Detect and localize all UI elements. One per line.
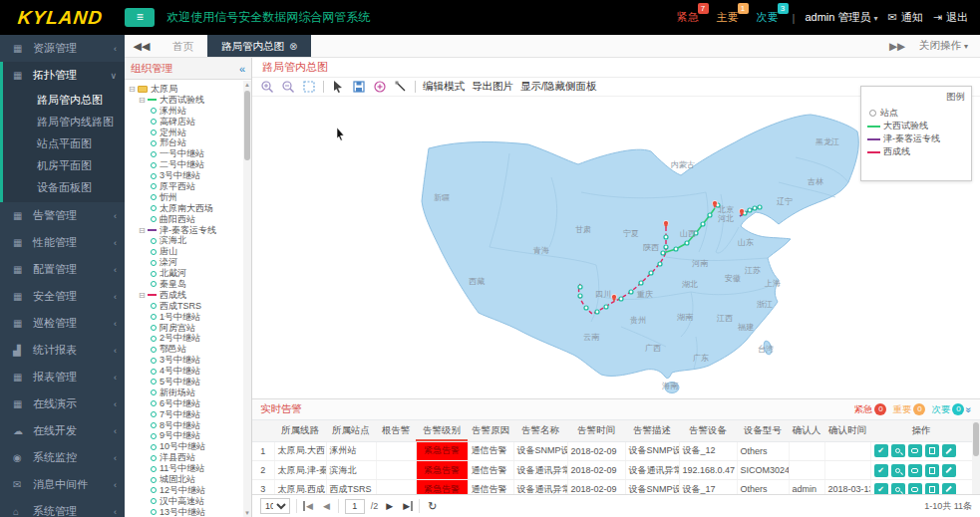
comment-button[interactable] xyxy=(908,444,922,457)
expand-alarm-icon[interactable]: » xyxy=(964,406,975,412)
alarm-table: 所属线路所属站点根告警告警级别告警原因告警名称告警时间告警描述告警设备设备型号确… xyxy=(252,420,972,442)
expander-icon[interactable]: ⊟ xyxy=(139,291,148,300)
sidebar-item-拓扑管理[interactable]: ▦拓扑管理∨ xyxy=(3,62,125,89)
prev-page-button[interactable]: ◀ xyxy=(321,501,332,511)
column-header-操作[interactable]: 操作 xyxy=(870,420,972,441)
comment-button[interactable] xyxy=(908,464,922,477)
column-header-所属线路[interactable]: 所属线路 xyxy=(274,420,326,441)
header-alarm-badge-次要[interactable]: 次要3 xyxy=(757,10,783,25)
station-icon xyxy=(151,477,157,483)
scroll-down-icon[interactable]: ▼ xyxy=(243,509,251,517)
draw-line-icon[interactable] xyxy=(394,80,408,94)
tab-路局管内总图[interactable]: 路局管内总图⊗ xyxy=(207,35,311,57)
tree-node-station[interactable]: 唐山 xyxy=(129,246,243,257)
header-alarm-badge-紧急[interactable]: 紧急7 xyxy=(677,10,703,25)
export-image-button[interactable]: 导出图片 xyxy=(472,80,513,94)
header-alarm-badge-主要[interactable]: 主要1 xyxy=(717,10,743,25)
detail-search-button[interactable] xyxy=(891,444,905,457)
sidebar-subitem-路局管内总图[interactable]: 路局管内总图 xyxy=(3,89,125,111)
station-icon xyxy=(151,498,157,504)
tabs-scroll-right-icon[interactable]: ▶▶ xyxy=(889,40,905,52)
zoom-in-icon[interactable] xyxy=(260,80,274,94)
sidebar-subitem-机房平面图[interactable]: 机房平面图 xyxy=(3,154,125,176)
first-page-button[interactable]: ◀ xyxy=(303,501,315,511)
sidebar-item-系统管理[interactable]: ⌂系统管理‹ xyxy=(0,498,125,517)
sidebar-item-统计报表[interactable]: ▟统计报表‹ xyxy=(0,337,125,364)
confirm-button[interactable]: ✔ xyxy=(874,483,888,495)
collapse-panel-icon[interactable]: « xyxy=(239,63,245,75)
column-header-告警描述[interactable]: 告警描述 xyxy=(625,420,679,441)
tree-node-station[interactable]: 滨海北 xyxy=(129,235,243,246)
menu-toggle-button[interactable]: ≡ xyxy=(125,8,155,27)
sidebar-item-报表管理[interactable]: ▦报表管理‹ xyxy=(0,364,125,390)
column-header-确认时间[interactable]: 确认时间 xyxy=(824,420,870,441)
comment-icon xyxy=(911,487,918,492)
notice-link[interactable]: ✉通知 xyxy=(888,10,923,25)
sidebar-item-资源管理[interactable]: ▦资源管理‹ xyxy=(0,35,125,62)
log-button[interactable] xyxy=(925,483,939,495)
column-header-告警设备[interactable]: 告警设备 xyxy=(679,420,737,441)
close-operations-dropdown[interactable]: 关闭操作 ▾ xyxy=(919,39,968,53)
sidebar-item-安全管理[interactable]: ▦安全管理‹ xyxy=(0,283,125,310)
expander-icon[interactable]: ⊟ xyxy=(139,226,148,235)
toggle-side-panel-button[interactable]: 显示/隐藏侧面板 xyxy=(520,80,596,94)
column-header-告警级别[interactable]: 告警级别 xyxy=(416,420,468,441)
alarm-count-badge-紧急: 紧急0 xyxy=(853,403,886,416)
add-node-icon[interactable] xyxy=(373,80,387,94)
sidebar-item-消息中间件[interactable]: ✉消息中间件‹ xyxy=(0,471,125,498)
scroll-up-icon[interactable]: ▲ xyxy=(243,81,251,89)
refresh-icon[interactable]: ↻ xyxy=(426,500,439,513)
tree-scrollbar[interactable]: ▲ ▼ xyxy=(243,81,251,517)
edit-button[interactable] xyxy=(942,444,956,457)
user-menu[interactable]: admin 管理员 ▾ xyxy=(805,10,877,25)
select-cursor-icon[interactable] xyxy=(331,80,345,94)
column-header-设备型号[interactable]: 设备型号 xyxy=(737,420,789,441)
page-size-select[interactable]: 10 xyxy=(260,498,290,514)
table-scrollbar[interactable] xyxy=(972,420,980,495)
cell: 2018-02-09 xyxy=(567,461,625,480)
sidebar-subitem-设备面板图[interactable]: 设备面板图 xyxy=(3,176,125,198)
chevron-left-icon: ‹ xyxy=(114,346,117,356)
edit-mode-button[interactable]: 编辑模式 xyxy=(423,80,465,94)
sidebar-subitem-站点平面图[interactable]: 站点平面图 xyxy=(3,132,125,154)
tree-node-station[interactable]: 13号中继站 xyxy=(129,507,243,517)
comment-button[interactable] xyxy=(908,483,922,495)
tab-首页[interactable]: 首页 xyxy=(159,35,207,57)
column-header-告警名称[interactable]: 告警名称 xyxy=(513,420,567,441)
station-icon xyxy=(151,303,157,309)
fit-view-icon[interactable] xyxy=(302,80,316,94)
log-button[interactable] xyxy=(925,444,939,457)
close-tab-icon[interactable]: ⊗ xyxy=(289,41,297,52)
sidebar-item-系统监控[interactable]: ◉系统监控‹ xyxy=(0,444,125,471)
tabs-scroll-left-icon[interactable]: ◀◀ xyxy=(125,35,159,57)
zoom-out-icon[interactable] xyxy=(281,80,295,94)
expander-icon[interactable]: ⊟ xyxy=(129,85,138,94)
tree-node-station[interactable]: 原平西站 xyxy=(129,181,243,192)
edit-button[interactable] xyxy=(942,464,956,477)
sidebar-item-在线演示[interactable]: ▦在线演示‹ xyxy=(0,390,125,417)
save-icon[interactable] xyxy=(352,80,366,94)
logout-link[interactable]: ⇥退出 xyxy=(933,10,968,25)
sidebar-item-告警管理[interactable]: ▦告警管理‹ xyxy=(0,202,125,229)
column-header-告警原因[interactable]: 告警原因 xyxy=(468,420,513,441)
column-header-根告警[interactable]: 根告警 xyxy=(376,420,416,441)
next-page-button[interactable]: ▶ xyxy=(384,501,395,511)
confirm-button[interactable]: ✔ xyxy=(874,444,888,457)
sidebar-subitem-路局管内线路图[interactable]: 路局管内线路图 xyxy=(3,111,125,132)
sidebar-item-巡检管理[interactable]: ▦巡检管理‹ xyxy=(0,310,125,337)
station-icon xyxy=(151,444,157,450)
column-header-告警时间[interactable]: 告警时间 xyxy=(567,420,625,441)
column-header-确认人[interactable]: 确认人 xyxy=(789,420,824,441)
edit-button[interactable] xyxy=(942,483,956,495)
log-button[interactable] xyxy=(925,464,939,477)
last-page-button[interactable]: ▶ xyxy=(401,501,413,511)
sidebar-item-配置管理[interactable]: ▦配置管理‹ xyxy=(0,256,125,283)
sidebar-item-性能管理[interactable]: ▦性能管理‹ xyxy=(0,229,125,256)
sidebar-item-在线开发[interactable]: ☁在线开发‹ xyxy=(0,417,125,444)
detail-search-button[interactable] xyxy=(891,464,905,477)
confirm-button[interactable]: ✔ xyxy=(874,464,888,477)
column-header-所属站点[interactable]: 所属站点 xyxy=(326,420,376,441)
detail-search-button[interactable] xyxy=(891,483,905,495)
expander-icon[interactable]: ⊟ xyxy=(139,96,148,105)
page-number-input[interactable] xyxy=(345,499,365,514)
